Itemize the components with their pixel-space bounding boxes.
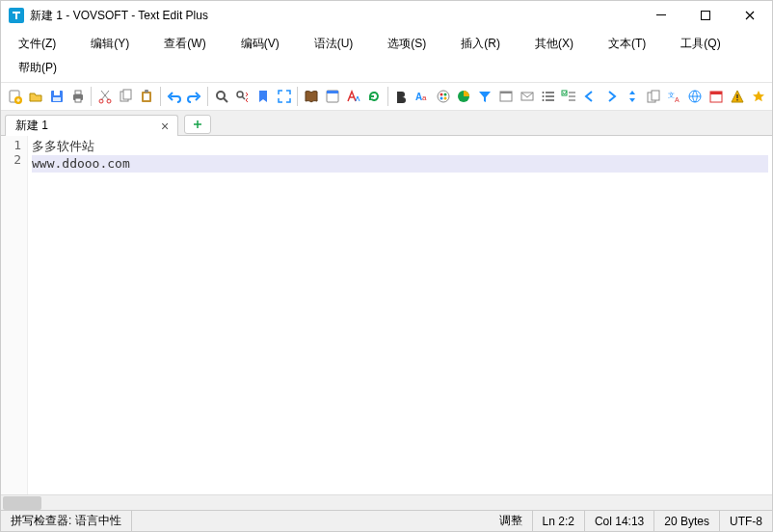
svg-text:a: a xyxy=(422,93,427,102)
editor: 1 2 多多软件站 www.ddooo.com xyxy=(1,136,772,494)
text-area[interactable]: 多多软件站 www.ddooo.com xyxy=(28,136,772,494)
tab-label: 新建 1 xyxy=(15,118,158,134)
filter-icon[interactable] xyxy=(475,86,495,107)
menu-syntax[interactable]: 语法(U) xyxy=(301,32,375,56)
scrollbar-thumb[interactable] xyxy=(3,496,41,510)
print-icon[interactable] xyxy=(67,86,88,107)
svg-point-24 xyxy=(438,91,449,102)
toolbar-separator xyxy=(160,87,161,106)
web-icon[interactable] xyxy=(685,86,706,107)
arrow-left-icon[interactable] xyxy=(580,86,600,107)
menu-view[interactable]: 查看(W) xyxy=(150,32,227,56)
minimize-button[interactable] xyxy=(639,1,683,30)
status-column[interactable]: Col 14:13 xyxy=(585,511,654,531)
mail-icon[interactable] xyxy=(517,86,537,107)
window-title: 新建 1 - VOVSOFT - Text Edit Plus xyxy=(30,8,639,24)
bold-icon[interactable] xyxy=(391,86,412,107)
title-bar: 新建 1 - VOVSOFT - Text Edit Plus xyxy=(1,1,772,30)
cut-icon[interactable] xyxy=(94,86,115,107)
svg-rect-1 xyxy=(656,14,666,15)
tab-close-icon[interactable]: × xyxy=(158,120,172,133)
svg-rect-45 xyxy=(736,99,737,100)
toolbar-separator xyxy=(91,87,92,106)
svg-rect-6 xyxy=(54,91,60,95)
menu-tool[interactable]: 工具(Q) xyxy=(667,32,741,56)
svg-point-33 xyxy=(542,92,544,93)
book-icon[interactable] xyxy=(301,86,321,107)
new-file-icon[interactable] xyxy=(5,86,25,107)
translate-icon[interactable]: 文A xyxy=(664,86,684,107)
star-icon[interactable] xyxy=(748,86,768,107)
paste-icon[interactable] xyxy=(137,86,157,107)
horizontal-scrollbar[interactable] xyxy=(1,494,772,510)
svg-rect-16 xyxy=(144,93,149,100)
redo-icon[interactable] xyxy=(184,86,204,107)
svg-point-34 xyxy=(542,95,544,97)
menu-option[interactable]: 选项(S) xyxy=(374,32,447,56)
tab-bar: 新建 1 × xyxy=(1,111,772,136)
svg-point-27 xyxy=(440,97,442,100)
fullscreen-icon[interactable] xyxy=(275,86,295,107)
menu-file[interactable]: 文件(Z) xyxy=(5,32,77,56)
refresh-icon[interactable] xyxy=(364,86,385,107)
editor-line: 多多软件站 xyxy=(32,138,768,155)
duplicate-icon[interactable] xyxy=(643,86,663,107)
menu-bar: 文件(Z) 编辑(Y) 查看(W) 编码(V) 语法(U) 选项(S) 插入(R… xyxy=(1,30,772,83)
warning-icon[interactable] xyxy=(728,86,748,107)
line-number: 2 xyxy=(1,152,21,167)
svg-rect-31 xyxy=(500,92,512,93)
save-icon[interactable] xyxy=(47,86,67,107)
list-icon[interactable] xyxy=(538,86,558,107)
undo-icon[interactable] xyxy=(164,86,184,107)
tab-active[interactable]: 新建 1 × xyxy=(5,115,178,136)
svg-point-25 xyxy=(440,93,442,96)
line-number: 1 xyxy=(1,138,21,152)
checklist-icon[interactable] xyxy=(559,86,579,107)
menu-text[interactable]: 文本(T) xyxy=(595,32,667,56)
menu-insert[interactable]: 插入(R) xyxy=(447,32,521,56)
updown-icon[interactable] xyxy=(623,86,643,107)
pie-icon[interactable] xyxy=(454,86,474,107)
svg-rect-43 xyxy=(710,92,722,94)
open-file-icon[interactable] xyxy=(26,86,46,107)
menu-other[interactable]: 其他(X) xyxy=(521,32,595,56)
toolbar-separator xyxy=(207,87,208,106)
status-adjust[interactable]: 调整 xyxy=(490,511,533,531)
editor-line: www.ddooo.com xyxy=(32,155,768,173)
svg-rect-14 xyxy=(123,90,131,99)
bookmark-icon[interactable] xyxy=(253,86,274,107)
fonts-icon[interactable] xyxy=(343,86,363,107)
arrow-right-icon[interactable] xyxy=(601,86,622,107)
svg-text:文: 文 xyxy=(668,92,675,98)
menu-encode[interactable]: 编码(V) xyxy=(227,32,301,56)
svg-text:A: A xyxy=(675,96,680,103)
calendar-icon[interactable] xyxy=(706,86,727,107)
browser-icon[interactable] xyxy=(322,86,342,107)
toolbar-separator xyxy=(387,87,388,106)
status-bar: 拼写检查器: 语言中性 调整 Ln 2:2 Col 14:13 20 Bytes… xyxy=(1,510,772,531)
svg-rect-7 xyxy=(53,97,61,101)
svg-point-18 xyxy=(217,92,225,99)
find-replace-icon[interactable] xyxy=(232,86,253,107)
window-icon[interactable] xyxy=(496,86,517,107)
status-bytes[interactable]: 20 Bytes xyxy=(654,511,720,531)
copy-icon[interactable] xyxy=(116,86,136,107)
toolbar: Aa 文A xyxy=(1,83,772,111)
tab-add-button[interactable] xyxy=(184,115,211,134)
svg-rect-38 xyxy=(652,91,659,100)
svg-rect-44 xyxy=(736,94,737,98)
case-icon[interactable]: Aa xyxy=(412,86,432,107)
svg-rect-21 xyxy=(327,91,338,93)
window-buttons xyxy=(639,1,772,30)
svg-rect-17 xyxy=(145,90,148,93)
menu-edit[interactable]: 编辑(Y) xyxy=(77,32,150,56)
find-icon[interactable] xyxy=(211,86,231,107)
svg-rect-2 xyxy=(702,12,710,20)
menu-help[interactable]: 帮助(P) xyxy=(5,56,78,80)
close-button[interactable] xyxy=(728,1,772,30)
status-encoding[interactable]: UTF-8 xyxy=(720,511,772,531)
status-line[interactable]: Ln 2:2 xyxy=(533,511,585,531)
palette-icon[interactable] xyxy=(433,86,453,107)
status-spellcheck[interactable]: 拼写检查器: 语言中性 xyxy=(1,511,132,531)
maximize-button[interactable] xyxy=(683,1,728,30)
